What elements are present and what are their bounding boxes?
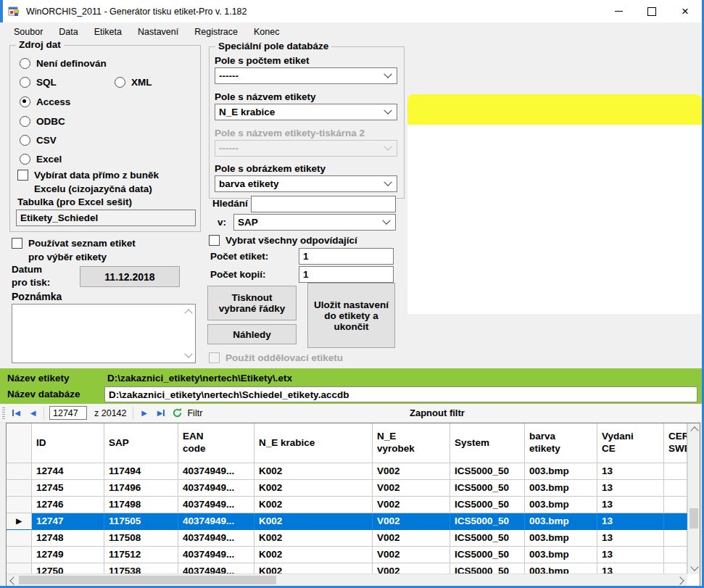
table-row[interactable]: ▶1274711750540374949...K002V002ICS5000_5… [7,513,687,530]
grid-cell[interactable]: V002 [373,480,450,497]
position-input[interactable] [49,406,87,420]
grid-cell[interactable]: 003.bmp [525,530,597,547]
move-first-button[interactable]: ◀ [8,405,25,421]
grid-cell[interactable]: 40374949... [178,480,254,497]
grid-cell[interactable]: 003.bmp [525,547,597,563]
move-last-button[interactable]: ▶ [152,405,169,421]
row-header-cell[interactable] [7,497,32,513]
grid-cell[interactable]: V002 [373,513,450,530]
grid-cell[interactable]: 12747 [32,513,104,530]
grid-cell[interactable]: 12746 [32,497,104,513]
vertical-scrollbar[interactable] [687,423,700,574]
grid-cell[interactable]: 117494 [104,463,178,480]
row-header-cell[interactable] [7,547,32,563]
move-next-button[interactable]: ▶ [136,405,152,421]
column-header[interactable]: N_E vyrobek [373,423,450,463]
column-header[interactable]: SAP [104,423,178,463]
row-header-cell[interactable] [7,530,32,547]
grid-cell[interactable]: 13 [597,497,664,513]
grid-cell[interactable]: V002 [373,530,450,547]
grid-cell[interactable]: ICS5000_50 [450,480,525,497]
filter-button[interactable]: Filtr [187,408,202,418]
grid-cell[interactable]: K002 [254,480,373,497]
horizontal-scrollbar-thumb[interactable] [19,576,276,584]
grid-cell[interactable]: ICS5000_50 [450,530,525,547]
checkbox-excel-cells[interactable]: Vybírat data přímo z buněk [17,170,159,181]
grid-cell[interactable]: 40374949... [178,497,254,513]
grid-cell[interactable]: 13 [597,530,664,547]
grid-cell[interactable]: K002 [254,497,373,513]
grid-cell[interactable]: K002 [254,530,373,547]
grid-cell[interactable]: 003.bmp [525,497,597,513]
grid-cell[interactable]: 12749 [32,547,104,563]
scroll-up-icon[interactable] [184,309,192,317]
grid-cell[interactable]: 13 [597,547,664,563]
table-row[interactable]: 1274911751240374949...K002V002ICS5000_50… [7,547,687,563]
grid-cell[interactable]: V002 [373,463,450,480]
save-settings-button[interactable]: Uložit nastavení do etikety a ukončit [307,283,395,348]
row-header-cell[interactable]: ▶ [7,513,32,530]
radio-odbc[interactable]: ODBC [20,116,65,127]
grid-cell[interactable]: ICS5000_50 [450,513,525,530]
column-header[interactable]: System [450,423,525,463]
menu-nastaveni[interactable]: Nastavení [130,24,186,40]
grid-cell[interactable]: 12745 [32,480,104,497]
grid-cell[interactable]: 40374949... [178,463,254,480]
data-grid[interactable]: IDSAPEAN codeN_E krabiceN_E vyrobekSyste… [6,423,700,587]
checkbox-use-label-list[interactable]: Používat seznam etiket [12,238,136,249]
table-sheet-input[interactable] [16,210,196,226]
grid-cell[interactable]: 117512 [104,547,178,563]
table-row[interactable]: 1274611749840374949...K002V002ICS5000_50… [7,497,687,513]
scroll-left-icon[interactable] [9,576,17,584]
grid-cell[interactable]: ICS5000_50 [450,497,525,513]
grid-cell[interactable]: ICS5000_50 [450,463,525,480]
search-in-combo[interactable]: SAP [233,214,396,231]
copies-count-input[interactable] [299,266,394,283]
radio-csv[interactable]: CSV [20,135,57,146]
column-header[interactable]: Vydani CE [597,423,664,463]
scroll-down-icon[interactable] [184,349,192,357]
grid-cell[interactable]: K002 [254,463,373,480]
grid-cell[interactable]: 003.bmp [525,480,597,497]
grid-cell[interactable]: 003.bmp [525,463,597,480]
grid-cell[interactable]: 117505 [104,513,178,530]
table-row[interactable]: 1274511749640374949...K002V002ICS5000_50… [7,480,687,497]
row-header-cell[interactable] [7,463,32,480]
column-header[interactable]: barva etikety [525,423,597,463]
grid-cell[interactable]: 117508 [104,530,178,547]
maximize-button[interactable] [635,0,668,22]
database-path-input[interactable] [104,386,697,402]
grid-cell[interactable]: 13 [597,480,664,497]
grid-cell[interactable]: 12744 [32,463,104,480]
grid-cell[interactable] [664,463,687,480]
grid-cell[interactable] [664,547,687,563]
grid-cell[interactable]: 40374949... [178,547,254,563]
grid-cell[interactable]: ICS5000_50 [450,547,525,563]
column-header[interactable]: CER SWE [664,423,687,463]
grid-cell[interactable]: K002 [254,547,373,563]
print-selected-rows-button[interactable]: Tisknout vybrané řádky [207,286,297,320]
column-header[interactable]: N_E krabice [254,423,373,463]
labels-count-input[interactable] [299,248,394,265]
refresh-button[interactable] [169,405,186,421]
radio-sql[interactable]: SQL [20,77,57,88]
grid-cell[interactable]: 40374949... [178,513,254,530]
grid-cell[interactable]: V002 [373,497,450,513]
grid-cell[interactable] [664,513,687,530]
radio-neni-definovan[interactable]: Není definován [20,58,107,69]
column-header[interactable]: ID [32,423,104,463]
grid-cell[interactable]: 13 [597,513,664,530]
image-field-combo[interactable]: barva etikety [215,175,397,192]
scroll-down-icon[interactable] [690,563,698,571]
print-date-button[interactable]: 11.12.2018 [80,266,180,287]
menu-etiketa[interactable]: Etiketa [86,24,130,40]
note-textarea[interactable] [12,304,196,363]
grid-cell[interactable]: 003.bmp [525,513,597,530]
grid-cell[interactable] [664,497,687,513]
grid-cell[interactable]: K002 [254,513,373,530]
scroll-right-icon[interactable] [676,576,684,584]
search-input[interactable] [251,196,396,212]
menu-konec[interactable]: Konec [246,24,287,40]
grid-cell[interactable]: 40374949... [178,530,254,547]
scroll-up-icon[interactable] [690,426,698,434]
